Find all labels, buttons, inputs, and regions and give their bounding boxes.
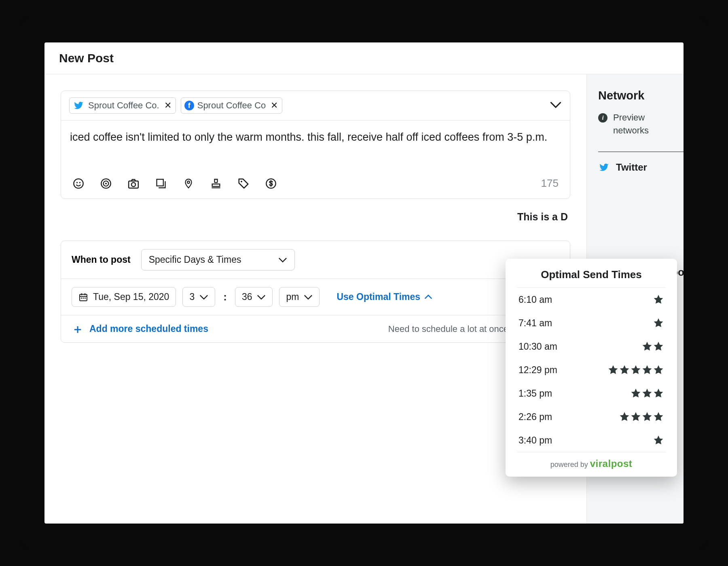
svg-point-2 [79, 182, 80, 183]
viralpost-brand: viralpost [590, 458, 633, 469]
optimal-time-row[interactable]: 12:29 pm [517, 358, 666, 382]
profile-chip-twitter[interactable]: Sprout Coffee Co. ✕ [69, 97, 176, 114]
chevron-down-icon [199, 294, 208, 300]
profile-selector[interactable]: Sprout Coffee Co. ✕ f Sprout Coffee Co ✕ [61, 91, 570, 120]
chevron-down-icon [550, 101, 562, 108]
optimal-time-value: 10:30 am [518, 341, 557, 352]
info-icon: i [598, 113, 607, 122]
compose-window: New Post Sprout Coffee Co. ✕ f Sprout Co… [44, 42, 684, 524]
schedule-card: When to post Specific Days & Times Tue, … [61, 241, 570, 343]
facebook-icon: f [184, 101, 194, 110]
camera-icon[interactable] [127, 177, 140, 190]
optimal-time-row[interactable]: 1:35 pm [517, 382, 666, 405]
optimal-times-popover: Optimal Send Times 6:10 am7:41 am10:30 a… [506, 259, 677, 477]
sidebar-divider [598, 152, 684, 152]
stamp-icon[interactable] [210, 177, 222, 190]
schedule-mode-value: Specific Days & Times [149, 254, 241, 265]
when-to-post-label: When to post [72, 254, 131, 265]
post-text-input[interactable]: iced coffee isn't limited to only the wa… [61, 120, 570, 173]
target-icon[interactable] [100, 177, 112, 190]
add-more-times-button[interactable]: ＋ Add more scheduled times [72, 323, 208, 334]
optimal-time-rating [653, 294, 664, 305]
optimal-time-row[interactable]: 10:30 am [517, 335, 666, 358]
optimal-time-rating [619, 411, 664, 422]
optimal-time-rating [653, 317, 664, 329]
powered-by: powered by viralpost [507, 452, 675, 471]
svg-rect-10 [212, 184, 220, 186]
svg-point-9 [187, 181, 190, 183]
optimal-time-value: 2:26 pm [518, 412, 552, 422]
twitter-icon [598, 163, 610, 172]
char-count: 175 [541, 177, 559, 190]
optimal-link-label: Use Optimal Times [336, 291, 420, 302]
chevron-down-icon [304, 294, 313, 300]
draft-status: This is a D [61, 199, 570, 241]
optimal-time-rating [607, 364, 664, 376]
optimal-time-row[interactable]: 7:41 am [517, 311, 666, 335]
svg-rect-18 [81, 298, 82, 299]
svg-point-0 [74, 179, 83, 188]
svg-rect-8 [157, 179, 163, 186]
twitter-icon [73, 101, 85, 110]
optimal-time-value: 3:40 pm [518, 435, 552, 446]
svg-rect-19 [83, 298, 84, 299]
titlebar: New Post [44, 42, 684, 74]
svg-point-1 [76, 182, 78, 183]
minute-select[interactable]: 36 [235, 287, 273, 307]
optimal-times-title: Optimal Send Times [507, 268, 675, 287]
chevron-down-icon [257, 294, 266, 300]
profile-chip-facebook[interactable]: f Sprout Coffee Co ✕ [181, 97, 283, 114]
ampm-select[interactable]: pm [279, 287, 320, 307]
monetize-icon[interactable] [265, 177, 277, 190]
profile-chip-label: Sprout Coffee Co [197, 100, 266, 111]
gallery-icon[interactable] [155, 177, 167, 190]
page-title: New Post [59, 51, 669, 65]
location-icon[interactable] [182, 177, 195, 190]
svg-rect-20 [85, 298, 86, 299]
tag-icon[interactable] [237, 177, 250, 190]
composer-toolbar: 175 [61, 173, 570, 199]
chevron-up-icon [424, 294, 432, 300]
network-label: Twitter [616, 162, 647, 173]
svg-point-5 [105, 182, 107, 184]
calendar-icon [78, 292, 88, 302]
optimal-time-value: 7:41 am [518, 318, 552, 329]
sidebar-heading: Network [598, 89, 684, 102]
emoji-icon[interactable] [72, 177, 85, 190]
hour-select[interactable]: 3 [182, 287, 215, 307]
hour-value: 3 [189, 291, 195, 302]
optimal-time-value: 12:29 pm [518, 365, 557, 376]
add-more-label: Add more scheduled times [89, 323, 208, 334]
schedule-mode-select[interactable]: Specific Days & Times [141, 249, 295, 270]
network-tab-twitter[interactable]: Twitter [598, 162, 684, 173]
composer-card: Sprout Coffee Co. ✕ f Sprout Coffee Co ✕… [61, 91, 570, 199]
profile-chip-label: Sprout Coffee Co. [88, 100, 159, 111]
optimal-time-rating [630, 388, 664, 399]
optimal-time-rating [653, 435, 664, 446]
profile-expand[interactable] [550, 101, 562, 110]
ampm-value: pm [286, 291, 299, 302]
use-optimal-times-toggle[interactable]: Use Optimal Times [336, 291, 432, 302]
time-colon: : [222, 291, 229, 303]
optimal-time-rating [641, 341, 664, 352]
chip-remove-icon[interactable]: ✕ [163, 100, 171, 111]
chip-remove-icon[interactable]: ✕ [269, 100, 278, 111]
svg-point-7 [131, 182, 135, 186]
chevron-down-icon [278, 257, 287, 263]
date-value: Tue, Sep 15, 2020 [93, 291, 169, 302]
minute-value: 36 [242, 291, 252, 302]
optimal-time-value: 1:35 pm [518, 388, 552, 399]
preview-description: i Preview networks [598, 111, 684, 137]
optimal-time-value: 6:10 am [518, 294, 552, 305]
optimal-time-row[interactable]: 6:10 am [517, 288, 666, 311]
date-picker[interactable]: Tue, Sep 15, 2020 [72, 287, 176, 307]
optimal-time-row[interactable]: 3:40 pm [517, 429, 666, 452]
optimal-time-row[interactable]: 2:26 pm [517, 405, 666, 429]
svg-point-12 [241, 181, 242, 182]
